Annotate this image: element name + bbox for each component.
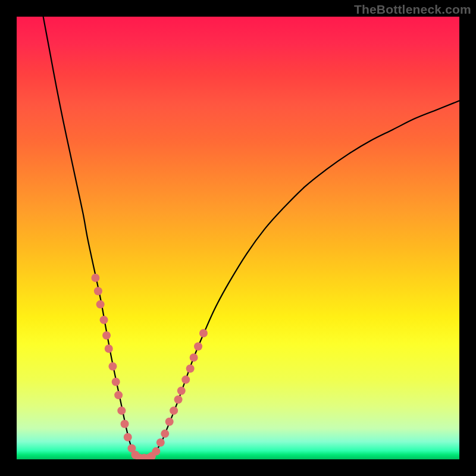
data-point xyxy=(190,353,198,362)
data-point xyxy=(121,419,129,428)
bottleneck-curve xyxy=(43,17,459,458)
data-point xyxy=(165,418,174,426)
data-point xyxy=(199,329,208,337)
data-point xyxy=(174,396,183,404)
data-point xyxy=(114,391,123,399)
data-point xyxy=(117,406,126,415)
data-point xyxy=(100,316,108,324)
data-point xyxy=(105,345,113,353)
chart-frame: TheBottleneck.com xyxy=(0,0,476,476)
data-point xyxy=(177,387,186,395)
watermark-text: TheBottleneck.com xyxy=(354,2,471,17)
data-point xyxy=(161,430,169,438)
data-point xyxy=(152,447,160,456)
plot-area xyxy=(17,17,459,459)
data-point xyxy=(124,433,132,441)
data-point xyxy=(96,300,105,309)
chart-svg xyxy=(17,17,459,459)
data-point xyxy=(108,362,117,371)
data-point xyxy=(181,375,190,384)
data-point xyxy=(194,342,202,350)
data-point xyxy=(91,274,99,282)
data-point xyxy=(94,287,102,295)
data-point xyxy=(112,378,120,386)
data-point xyxy=(156,439,165,447)
data-points xyxy=(91,274,208,459)
data-point xyxy=(186,364,195,372)
data-point xyxy=(102,331,111,340)
data-point xyxy=(170,406,178,415)
